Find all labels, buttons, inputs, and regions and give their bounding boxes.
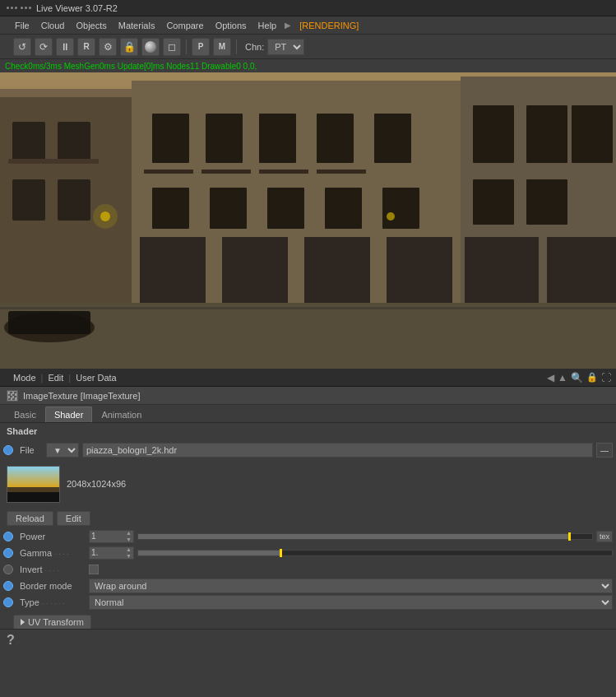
expand-icon[interactable]: ⛶	[601, 372, 611, 383]
p-button[interactable]: P	[192, 38, 210, 56]
invert-indicator	[3, 565, 13, 574]
toolbar: ↺ ⟳ ⏸ R ⚙ 🔒 ◻ P M Chn: PT ST	[0, 35, 616, 59]
lock2-icon[interactable]: 🔒	[586, 372, 598, 383]
refresh-button[interactable]: ⟳	[35, 38, 53, 56]
pause-button[interactable]: ⏸	[56, 38, 74, 56]
help-icon[interactable]: ?	[7, 633, 15, 648]
gamma-label: Gamma · · · ·	[20, 548, 86, 558]
tab-animation[interactable]: Animation	[92, 407, 151, 422]
gamma-down[interactable]: ▼	[126, 553, 132, 560]
power-spinbox[interactable]: 1 ▲ ▼	[89, 530, 134, 543]
menu-options[interactable]: Options	[211, 19, 252, 32]
panel-user-data[interactable]: User Data	[76, 373, 117, 383]
menu-help[interactable]: Help	[253, 19, 282, 32]
gamma-indicator	[3, 548, 13, 558]
toolbar-sep1	[186, 39, 187, 54]
border-mode-indicator	[3, 581, 13, 591]
power-arrows[interactable]: ▲ ▼	[126, 530, 132, 543]
panel-edit[interactable]: Edit	[48, 373, 63, 383]
power-slider[interactable]	[137, 533, 593, 540]
shader-section: Shader	[0, 423, 616, 441]
border-mode-select[interactable]: Wrap around Clamp Black Repeat	[89, 579, 613, 593]
invert-label: Invert · · · ·	[20, 565, 86, 574]
node-title-bar: ImageTexture [ImageTexture]	[0, 387, 616, 405]
uv-transform-label: UV Transform	[28, 617, 84, 627]
chn-label: Chn:	[245, 42, 264, 52]
square-button[interactable]: ◻	[163, 38, 181, 56]
power-value: 1	[91, 532, 96, 541]
gamma-value: 1.	[91, 548, 98, 557]
file-label: File	[20, 445, 43, 455]
panel-header-right: ◀ ▲ 🔍 🔒 ⛶	[547, 372, 611, 383]
panel-mode[interactable]: Mode	[13, 373, 36, 383]
texture-thumbnail	[7, 466, 60, 503]
type-label: Type · · · · · ·	[20, 597, 86, 607]
invert-checkbox[interactable]	[89, 565, 99, 574]
texture-preview: 2048x1024x96	[0, 459, 616, 509]
menu-arrow: ▶	[285, 21, 291, 30]
menu-bar: File Cloud Objects Materials Compare Opt…	[0, 16, 616, 35]
chn-dropdown[interactable]: PT ST	[267, 39, 304, 55]
gamma-marker	[280, 549, 282, 557]
file-path-input[interactable]	[82, 443, 593, 458]
menu-cloud[interactable]: Cloud	[36, 19, 70, 32]
gamma-spinbox[interactable]: 1. ▲ ▼	[89, 546, 134, 560]
menu-objects[interactable]: Objects	[71, 19, 111, 32]
viewport[interactable]	[0, 72, 616, 369]
node-title: ImageTexture [ImageTexture]	[23, 391, 140, 401]
collapse-left-icon[interactable]: ◀	[547, 372, 554, 383]
menu-file[interactable]: File	[10, 19, 35, 32]
power-indicator	[3, 532, 13, 541]
tab-basic[interactable]: Basic	[5, 407, 45, 422]
menu-compare[interactable]: Compare	[161, 19, 208, 32]
m-button[interactable]: M	[213, 38, 231, 56]
title-icon	[7, 7, 31, 9]
file-type-dropdown[interactable]: ▼	[46, 443, 79, 458]
record-button[interactable]: R	[77, 38, 95, 56]
file-indicator	[3, 445, 13, 455]
reload-edit-bar: Reload Edit	[0, 509, 616, 528]
type-select[interactable]: Normal Shadow Light	[89, 595, 613, 610]
invert-row: Invert · · · ·	[0, 561, 616, 578]
gamma-slider[interactable]	[137, 550, 613, 556]
lock-button[interactable]: 🔒	[120, 38, 138, 56]
power-down[interactable]: ▼	[126, 537, 132, 543]
panel-header: Mode | Edit | User Data ◀ ▲ 🔍 🔒 ⛶	[0, 369, 616, 387]
title-bar: Live Viewer 3.07-R2	[0, 0, 616, 16]
power-tex-badge: tex	[596, 531, 613, 542]
help-bar: ?	[0, 629, 616, 650]
viewport-image	[0, 72, 616, 369]
circle-button[interactable]	[141, 38, 160, 56]
search-icon[interactable]: 🔍	[571, 372, 583, 383]
sort-icon[interactable]: ▲	[558, 372, 567, 383]
file-row: File ▼ —	[0, 441, 616, 459]
border-mode-row: Border mode Wrap around Clamp Black Repe…	[0, 578, 616, 594]
gamma-row: Gamma · · · · 1. ▲ ▼	[0, 545, 616, 561]
gamma-arrows[interactable]: ▲ ▼	[126, 546, 132, 560]
reset-button[interactable]: ↺	[13, 38, 31, 56]
uv-transform-button[interactable]: UV Transform	[13, 615, 91, 630]
power-label: Power	[20, 532, 86, 541]
app-title: Live Viewer 3.07-R2	[36, 3, 118, 13]
border-mode-label: Border mode	[20, 581, 86, 591]
gamma-fill	[138, 551, 280, 555]
texture-dimensions: 2048x1024x96	[67, 479, 126, 489]
power-up[interactable]: ▲	[126, 530, 132, 537]
tabs-bar: Basic Shader Animation	[0, 405, 616, 423]
menu-materials[interactable]: Materials	[113, 19, 160, 32]
power-row: Power 1 ▲ ▼ tex	[0, 528, 616, 545]
panel-header-left: Mode | Edit | User Data	[5, 373, 117, 383]
power-fill	[138, 534, 569, 539]
type-indicator	[3, 597, 13, 607]
svg-rect-44	[0, 72, 616, 369]
settings-button[interactable]: ⚙	[99, 38, 117, 56]
shader-section-title: Shader	[7, 426, 609, 436]
triangle-icon	[21, 619, 25, 625]
menu-rendering[interactable]: [RENDERING]	[294, 19, 364, 32]
reload-button[interactable]: Reload	[7, 511, 53, 526]
file-end-button[interactable]: —	[596, 443, 613, 458]
gamma-up[interactable]: ▲	[126, 546, 132, 553]
edit-button[interactable]: Edit	[57, 511, 90, 526]
status-text: Check0ms/3ms MeshGen0ms Update[0]ms Node…	[5, 62, 257, 71]
tab-shader[interactable]: Shader	[45, 407, 92, 422]
